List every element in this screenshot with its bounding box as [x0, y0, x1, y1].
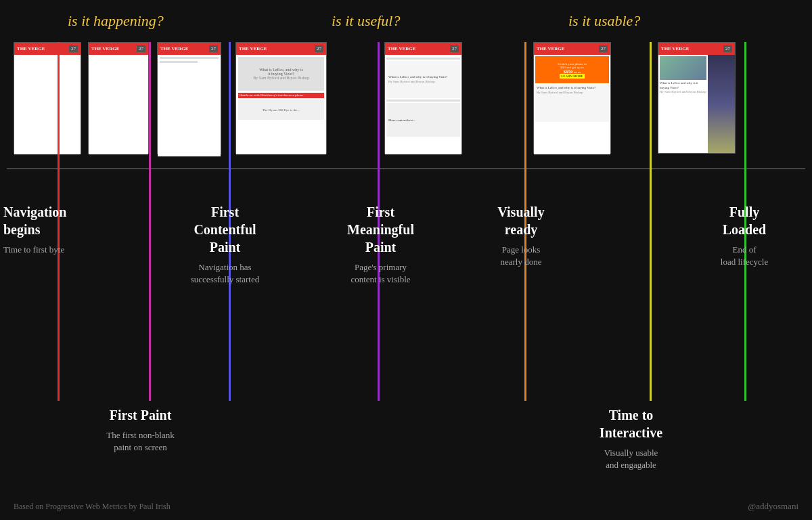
screenshot-5: THE VERGE 27 What is LeEco, and why is i…: [384, 42, 462, 154]
screenshot-2: THE VERGE 27: [88, 42, 149, 154]
label-navigation-begins: Navigation begins Time to first byte: [3, 203, 95, 256]
label-first-contentful: First Contentful Paint Navigation has su…: [173, 203, 277, 286]
screenshot-4: THE VERGE 27 What is LeEco, and why isit…: [235, 42, 327, 154]
label-first-paint: First Paint The first non-blank paint on…: [88, 406, 193, 454]
question-useful: is it useful?: [332, 12, 400, 30]
label-time-to-interactive: Time to Interactive Visually usable and …: [575, 406, 687, 471]
vline-time-to-interactive: [650, 42, 652, 401]
footer-left: Based on Progressive Web Metrics by Paul…: [14, 502, 171, 512]
vline-first-paint: [149, 42, 151, 401]
label-visually-ready: Visually ready Page looks nearly done: [474, 203, 568, 268]
label-fully-loaded: Fully Loaded End of load lifecycle: [697, 203, 792, 268]
screenshot-3: THE VERGE 27: [157, 42, 221, 154]
main-container: is it happening? is it useful? is it usa…: [0, 0, 812, 520]
screenshot-7: THE VERGE 27 What is LeEco and why is it…: [658, 42, 736, 154]
screenshot-6: THE VERGE 27 Switch your phone to$50 and…: [533, 42, 611, 154]
timeline-line: [7, 168, 805, 169]
footer-right: @addyosmani: [748, 501, 798, 512]
label-first-meaningful: First Meaningful Paint Page's primary co…: [325, 203, 436, 286]
screenshot-1: THE VERGE 27: [14, 42, 81, 154]
question-usable: is it usable?: [568, 12, 640, 30]
question-happening: is it happening?: [68, 12, 164, 30]
